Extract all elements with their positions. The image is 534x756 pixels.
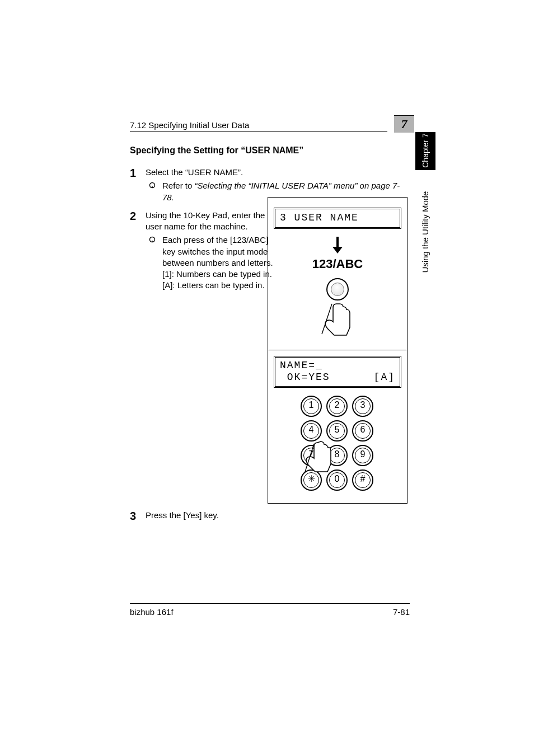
lcd-line-2-left: OK=YES: [280, 372, 330, 384]
figure-box-lower: NAME=_ OK=YES [A] 1 2 3 4 5 6 7 8 9 ✳ 0 …: [268, 350, 407, 504]
step-number: 1: [130, 167, 146, 203]
step-body: Press the [Yes] key.: [146, 510, 410, 523]
page: 7.12 Specifying Initial User Data 7 Chap…: [0, 0, 534, 756]
side-label: Using the Utility Mode: [415, 185, 435, 280]
keypad-key-4: 4: [301, 420, 322, 442]
sub-line: [A]: Letters can be typed in.: [162, 280, 274, 291]
sub-line: [1]: Numbers can be typed in.: [162, 269, 274, 280]
chapter-tab: Chapter 7: [415, 132, 435, 170]
keypad-key-1: 1: [301, 396, 322, 417]
step-text: Select the “USER NAME”.: [146, 167, 410, 178]
lcd-line-1: NAME=_: [280, 360, 395, 372]
lcd-display-2: NAME=_ OK=YES [A]: [274, 356, 401, 388]
step-body: Using the 10-Key Pad, enter the user nam…: [146, 210, 274, 292]
keypad-key-9: 9: [352, 445, 373, 466]
finger-press-icon: [302, 439, 341, 478]
keypad-key-6: 6: [352, 420, 373, 442]
step-text: Using the 10-Key Pad, enter the user nam…: [146, 210, 274, 233]
down-arrow-icon: [330, 236, 345, 255]
svg-point-3: [152, 241, 153, 242]
keypad: 1 2 3 4 5 6 7 8 9 ✳ 0 #: [274, 396, 401, 491]
step-3: 3 Press the [Yes] key.: [130, 510, 410, 523]
svg-point-1: [152, 186, 153, 187]
keypad-key-hash: #: [352, 469, 373, 491]
refer-label: Refer to: [162, 181, 195, 190]
side-label-text: Using the Utility Mode: [420, 185, 430, 280]
keypad-key-5: 5: [326, 420, 348, 442]
round-button-icon: [326, 278, 349, 300]
key-label-123abc: 123/ABC: [274, 257, 401, 271]
footer-right: 7-81: [393, 607, 410, 617]
finger-press-icon: [315, 300, 360, 337]
figure-panel: 3 USER NAME 123/ABC NAME=_ OK=YES [A] 1 …: [268, 197, 407, 504]
sub-line: Each press of the [123/ABC] key switches…: [162, 234, 274, 269]
bullet-icon: [149, 234, 162, 291]
keypad-key-3: 3: [352, 396, 373, 417]
lcd-line-2-right: [A]: [374, 372, 395, 384]
step-sub: Each press of the [123/ABC] key switches…: [146, 234, 274, 291]
sub-text: Each press of the [123/ABC] key switches…: [162, 234, 274, 291]
step-number: 3: [130, 510, 146, 523]
keypad-key-2: 2: [326, 396, 348, 417]
page-footer: bizhub 161f 7-81: [130, 603, 410, 617]
figure-box-upper: 3 USER NAME 123/ABC: [268, 197, 407, 350]
bullet-icon: [149, 180, 162, 203]
section-heading: Specifying the Setting for “USER NAME”: [130, 145, 410, 156]
footer-left: bizhub 161f: [130, 607, 174, 617]
step-text: Press the [Yes] key.: [146, 510, 410, 521]
chapter-tab-label: Chapter 7: [421, 132, 430, 170]
step-number: 2: [130, 210, 146, 292]
svg-marker-5: [332, 247, 343, 253]
lcd-display-1: 3 USER NAME: [274, 208, 401, 229]
